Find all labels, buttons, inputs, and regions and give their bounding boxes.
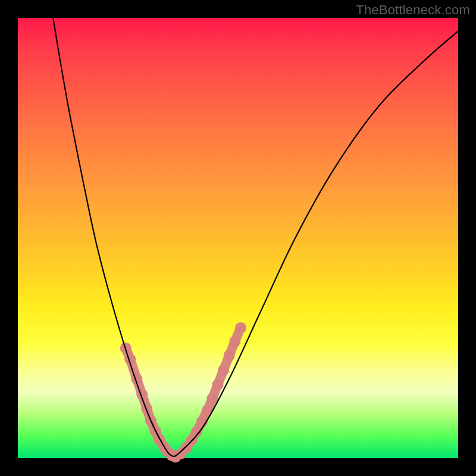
marker-segment (126, 348, 176, 457)
marker-dot (229, 336, 240, 347)
marker-dot (207, 393, 218, 404)
chart-frame: TheBottleneck.com (0, 0, 476, 476)
marker-dot (218, 365, 229, 376)
marker-dot (235, 322, 246, 333)
watermark-text: TheBottleneck.com (356, 2, 470, 18)
curve-svg (18, 18, 458, 458)
plot-area (18, 18, 458, 458)
bottleneck-curve (53, 18, 458, 456)
marker-dot (212, 379, 223, 390)
marker-segment (176, 328, 241, 457)
marker-band-group (120, 322, 246, 462)
marker-dot (224, 350, 235, 361)
marker-dot (141, 403, 152, 415)
